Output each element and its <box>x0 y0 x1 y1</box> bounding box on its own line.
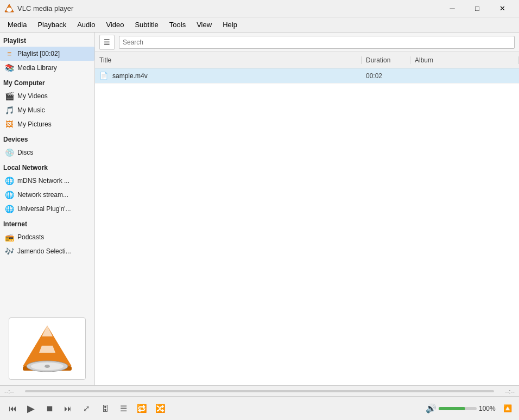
jamendo-icon: 🎶 <box>4 246 14 256</box>
view-toggle-button[interactable]: ☰ <box>99 35 115 50</box>
sidebar-item-label: Playlist [00:02] <box>17 50 60 58</box>
media-library-icon: 📚 <box>4 63 14 73</box>
row-title: sample.m4v <box>110 72 362 80</box>
my-videos-icon: 🎬 <box>4 91 14 101</box>
svg-marker-4 <box>39 346 55 353</box>
menu-bar: Media Playback Audio Video Subtitle Tool… <box>0 17 519 33</box>
sidebar-item-mdns[interactable]: 🌐 mDNS Network ... <box>0 174 94 188</box>
sidebar: Playlist ≡ Playlist [00:02] 📚 Media Libr… <box>0 33 95 385</box>
sidebar-item-label: Discs <box>17 149 33 156</box>
volume-bar-fill <box>439 407 465 410</box>
menu-playback[interactable]: Playback <box>32 18 72 31</box>
playlist-search-header: ☰ <box>95 33 519 52</box>
list-view-icon: ☰ <box>104 38 110 46</box>
sidebar-item-discs[interactable]: 💿 Discs <box>0 145 94 160</box>
sidebar-item-label: My Pictures <box>17 120 52 128</box>
mdns-icon: 🌐 <box>4 176 14 186</box>
main-area: Playlist ≡ Playlist [00:02] 📚 Media Libr… <box>0 33 519 385</box>
col-header-title: Title <box>95 56 362 64</box>
menu-tools[interactable]: Tools <box>164 18 191 31</box>
file-icon: 📄 <box>97 72 110 80</box>
play-button[interactable]: ▶ <box>23 400 39 417</box>
seek-time-remaining: --:-- <box>497 388 515 394</box>
menu-view[interactable]: View <box>191 18 217 31</box>
playlist-button[interactable]: ☰ <box>115 400 131 417</box>
fullscreen-button[interactable]: ⤢ <box>78 400 94 417</box>
window-controls: ─ □ ✕ <box>440 0 515 17</box>
volume-label: 100% <box>479 405 498 412</box>
svg-point-8 <box>45 365 50 368</box>
section-label-playlist: Playlist <box>0 33 94 47</box>
table-row[interactable]: 📄 sample.m4v 00:02 <box>95 68 519 84</box>
table-header: Title Duration Album <box>95 52 519 68</box>
app-icon <box>4 4 14 14</box>
playlist-panel: ☰ Title Duration Album 📄 sample.m4v 00:0… <box>95 33 519 385</box>
extra-button[interactable]: 🔼 <box>501 402 515 416</box>
volume-icon: 🔊 <box>426 403 436 413</box>
svg-point-1 <box>7 8 12 12</box>
sidebar-item-jamendo[interactable]: 🎶 Jamendo Selecti... <box>0 244 94 258</box>
sidebar-item-label: My Music <box>17 106 45 114</box>
my-music-icon: 🎵 <box>4 105 14 115</box>
sidebar-item-label: My Videos <box>17 92 48 100</box>
menu-audio[interactable]: Audio <box>72 18 100 31</box>
seek-bar-area: --:-- --:-- <box>0 385 519 396</box>
sidebar-item-my-videos[interactable]: 🎬 My Videos <box>0 89 94 103</box>
sidebar-scroll: Playlist ≡ Playlist [00:02] 📚 Media Libr… <box>0 33 94 312</box>
menu-help[interactable]: Help <box>217 18 243 31</box>
network-stream-icon: 🌐 <box>4 190 14 200</box>
menu-media[interactable]: Media <box>2 18 32 31</box>
section-label-internet: Internet <box>0 216 94 230</box>
sidebar-item-label: Media Library <box>17 64 57 72</box>
search-input[interactable] <box>119 36 515 49</box>
maximize-button[interactable]: □ <box>465 0 490 17</box>
sidebar-item-label: Jamendo Selecti... <box>17 247 71 255</box>
upnp-icon: 🌐 <box>4 204 14 214</box>
volume-slider[interactable] <box>439 407 477 410</box>
controls-bar: ⏮ ▶ ⏹ ⏭ ⤢ 🎛 ☰ 🔁 🔀 🔊 100% 🔼 <box>0 396 519 420</box>
next-button[interactable]: ⏭ <box>60 400 76 417</box>
row-duration: 00:02 <box>362 72 410 80</box>
col-header-album: Album <box>410 56 519 64</box>
sidebar-item-podcasts[interactable]: 📻 Podcasts <box>0 230 94 244</box>
sidebar-item-upnp[interactable]: 🌐 Universal Plug'n'... <box>0 202 94 216</box>
sidebar-item-my-pictures[interactable]: 🖼 My Pictures <box>0 117 94 131</box>
loop-button[interactable]: 🔁 <box>134 400 150 417</box>
sidebar-item-my-music[interactable]: 🎵 My Music <box>0 103 94 117</box>
extended-settings-button[interactable]: 🎛 <box>97 400 113 417</box>
sidebar-item-playlist[interactable]: ≡ Playlist [00:02] <box>0 47 94 61</box>
podcasts-icon: 📻 <box>4 232 14 242</box>
sidebar-item-network-stream[interactable]: 🌐 Network stream... <box>0 188 94 202</box>
svg-marker-3 <box>42 326 53 336</box>
menu-video[interactable]: Video <box>100 18 129 31</box>
sidebar-item-label: mDNS Network ... <box>17 177 69 184</box>
playlist-icon: ≡ <box>4 49 14 59</box>
close-button[interactable]: ✕ <box>490 0 515 17</box>
seek-bar-track[interactable] <box>25 390 494 392</box>
previous-button[interactable]: ⏮ <box>4 400 21 417</box>
seek-time-elapsed: --:-- <box>4 388 22 394</box>
vlc-cone-svg <box>17 323 77 374</box>
section-label-local-network: Local Network <box>0 160 94 174</box>
discs-icon: 💿 <box>4 148 14 157</box>
random-button[interactable]: 🔀 <box>152 400 168 417</box>
stop-button[interactable]: ⏹ <box>41 400 58 417</box>
section-label-devices: Devices <box>0 131 94 145</box>
window-title: VLC media player <box>17 4 440 12</box>
table-body: 📄 sample.m4v 00:02 <box>95 68 519 385</box>
minimize-button[interactable]: ─ <box>440 0 465 17</box>
sidebar-item-label: Universal Plug'n'... <box>17 205 71 213</box>
vlc-thumbnail <box>9 317 86 380</box>
sidebar-item-label: Podcasts <box>17 233 44 241</box>
sidebar-item-media-library[interactable]: 📚 Media Library <box>0 61 94 75</box>
menu-subtitle[interactable]: Subtitle <box>129 18 163 31</box>
my-pictures-icon: 🖼 <box>4 119 14 129</box>
col-header-duration: Duration <box>362 56 410 64</box>
title-bar: VLC media player ─ □ ✕ <box>0 0 519 17</box>
sidebar-item-label: Network stream... <box>17 191 68 199</box>
section-label-mycomputer: My Computer <box>0 75 94 89</box>
